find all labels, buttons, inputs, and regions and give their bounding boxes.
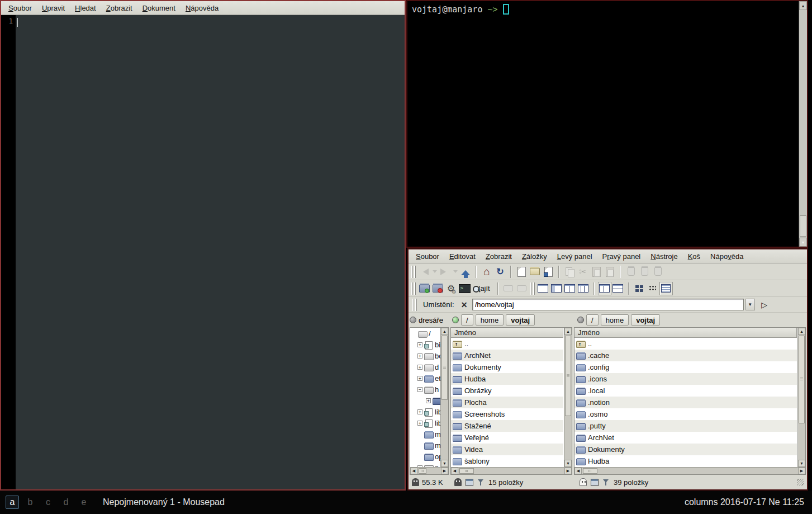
scrollbar-thumb[interactable] bbox=[459, 468, 474, 474]
file-row[interactable]: šablony bbox=[451, 455, 563, 467]
file-row[interactable]: .putty bbox=[574, 420, 797, 432]
find-button[interactable]: Najít bbox=[471, 284, 494, 293]
file-row[interactable]: Dokumenty bbox=[574, 444, 797, 455]
scroll-up-button[interactable]: ▲ bbox=[441, 328, 448, 335]
scrollbar-thumb[interactable] bbox=[799, 336, 805, 423]
workspace-tag[interactable]: e bbox=[77, 496, 91, 509]
go-button[interactable]: ▷ bbox=[759, 299, 770, 310]
tree-expander[interactable]: + bbox=[417, 365, 422, 370]
scrollbar-thumb[interactable] bbox=[441, 336, 448, 400]
file-row[interactable]: .config bbox=[574, 361, 797, 373]
menu-soubor[interactable]: Soubor bbox=[3, 3, 37, 13]
scroll-down-button[interactable]: ▼ bbox=[441, 460, 448, 467]
cut-button[interactable] bbox=[576, 265, 590, 279]
file-row[interactable]: ArchNet bbox=[451, 350, 563, 361]
editor-area[interactable]: 1 bbox=[1, 15, 405, 489]
scroll-up-button[interactable]: ▲ bbox=[799, 1, 807, 10]
resize-grip[interactable] bbox=[797, 479, 804, 485]
menu-hledat[interactable]: Hledat bbox=[70, 3, 101, 13]
menu-soubor[interactable]: Soubor bbox=[411, 251, 444, 262]
tree-expander[interactable]: + bbox=[417, 342, 422, 347]
tree-item[interactable]: m bbox=[410, 440, 440, 451]
menu-zobrazit[interactable]: Zobrazit bbox=[101, 3, 137, 13]
forward-history-dropdown[interactable] bbox=[452, 265, 459, 279]
path-vojtaj-button[interactable]: vojtaj bbox=[631, 314, 660, 326]
menu-nastroje[interactable]: Nástroje bbox=[645, 251, 682, 262]
scroll-left-button[interactable]: ◀ bbox=[451, 468, 458, 474]
tree-item[interactable]: op bbox=[410, 451, 440, 462]
trash-open-button[interactable] bbox=[638, 265, 651, 279]
tree-expander[interactable]: + bbox=[417, 376, 422, 381]
text-area[interactable] bbox=[16, 15, 405, 489]
terminal-scrollbar[interactable]: ▲ ▼ bbox=[799, 1, 807, 247]
tree-toggle-icon[interactable] bbox=[410, 317, 416, 323]
layout-two-right-button[interactable] bbox=[563, 282, 577, 295]
tree-item[interactable]: + lib bbox=[410, 417, 440, 428]
file-row[interactable]: .icons bbox=[574, 373, 797, 385]
unmount-button[interactable] bbox=[515, 282, 529, 295]
ghost-icon[interactable] bbox=[412, 478, 419, 486]
path-home-button[interactable]: home bbox=[601, 314, 629, 326]
forward-button[interactable] bbox=[438, 265, 452, 279]
scrollbar-thumb[interactable] bbox=[419, 468, 426, 474]
menu-pravy-panel[interactable]: Pravý panel bbox=[597, 251, 646, 262]
file-row[interactable]: .osmo bbox=[574, 408, 797, 420]
tree-item[interactable]: + et bbox=[410, 372, 440, 384]
mount-button[interactable] bbox=[502, 282, 515, 295]
inactive-panel-icon[interactable] bbox=[577, 317, 584, 323]
tree-expander[interactable]: + bbox=[426, 398, 431, 403]
actions-button[interactable] bbox=[444, 282, 458, 295]
left-panel-vertical-scrollbar[interactable]: ▲ ▼ bbox=[564, 328, 572, 467]
tree-item[interactable]: + bin bbox=[410, 339, 440, 350]
file-row[interactable]: .local bbox=[574, 385, 797, 397]
scroll-right-button[interactable]: ▶ bbox=[798, 468, 805, 474]
path-home-button[interactable]: home bbox=[476, 314, 504, 326]
tree-vertical-scrollbar[interactable]: ▲ ▼ bbox=[440, 328, 448, 467]
path-root-button[interactable]: / bbox=[586, 314, 599, 326]
file-row[interactable]: Hudba bbox=[451, 373, 563, 385]
file-row[interactable]: Dokumenty bbox=[451, 361, 563, 373]
new-symlink-button[interactable] bbox=[542, 265, 555, 279]
file-row[interactable]: .. bbox=[451, 338, 563, 350]
menu-levy-panel[interactable]: Levý panel bbox=[552, 251, 597, 262]
workspace-tag[interactable]: a bbox=[6, 496, 19, 509]
back-button[interactable] bbox=[417, 265, 431, 279]
ghost-icon[interactable] bbox=[454, 478, 462, 486]
view-grid-button[interactable] bbox=[633, 282, 646, 295]
workspace-tag[interactable]: b bbox=[23, 496, 37, 509]
terminal-output[interactable]: vojtaj@manjaro ~> bbox=[407, 1, 799, 247]
menu-napoveda[interactable]: Nápověda bbox=[181, 3, 224, 13]
layout-three-button[interactable] bbox=[577, 282, 590, 295]
file-row[interactable]: Hudba bbox=[574, 455, 797, 467]
tree-item[interactable]: m bbox=[410, 428, 440, 440]
file-row[interactable]: Obrázky bbox=[451, 385, 563, 397]
location-input[interactable] bbox=[472, 299, 744, 310]
right-panel-horizontal-scrollbar[interactable]: ◀ ▶ bbox=[574, 467, 805, 474]
scroll-down-button[interactable]: ▼ bbox=[564, 460, 572, 467]
back-history-dropdown[interactable] bbox=[431, 265, 438, 279]
scroll-left-button[interactable]: ◀ bbox=[574, 468, 582, 474]
tree-item[interactable]: + p bbox=[410, 462, 440, 467]
view-detail-button[interactable] bbox=[659, 282, 673, 295]
menu-upravit[interactable]: Upravit bbox=[37, 3, 70, 13]
vfs-button[interactable] bbox=[417, 282, 431, 295]
scroll-left-button[interactable]: ◀ bbox=[410, 468, 417, 474]
scroll-right-button[interactable]: ▶ bbox=[441, 468, 448, 474]
refresh-button[interactable] bbox=[493, 265, 507, 279]
file-row[interactable]: .notion bbox=[574, 397, 797, 408]
file-row[interactable]: Veřejné bbox=[451, 432, 563, 444]
tree-expander[interactable]: + bbox=[417, 421, 422, 426]
vfs-alert-button[interactable] bbox=[431, 282, 444, 295]
file-row[interactable]: .cache bbox=[574, 350, 797, 361]
scroll-right-button[interactable]: ▶ bbox=[564, 468, 572, 474]
terminal-button[interactable] bbox=[458, 282, 471, 295]
path-vojtaj-button[interactable]: vojtaj bbox=[506, 314, 535, 326]
clear-location-button[interactable]: ✕ bbox=[459, 299, 470, 310]
view-compact-button[interactable] bbox=[646, 282, 659, 295]
active-panel-icon[interactable] bbox=[452, 317, 459, 323]
up-button[interactable] bbox=[459, 265, 472, 279]
tree-item[interactable]: + lib bbox=[410, 406, 440, 417]
file-row[interactable]: .. bbox=[574, 338, 797, 350]
scroll-up-button[interactable]: ▲ bbox=[564, 328, 572, 335]
menu-kos[interactable]: Koš bbox=[683, 251, 705, 262]
